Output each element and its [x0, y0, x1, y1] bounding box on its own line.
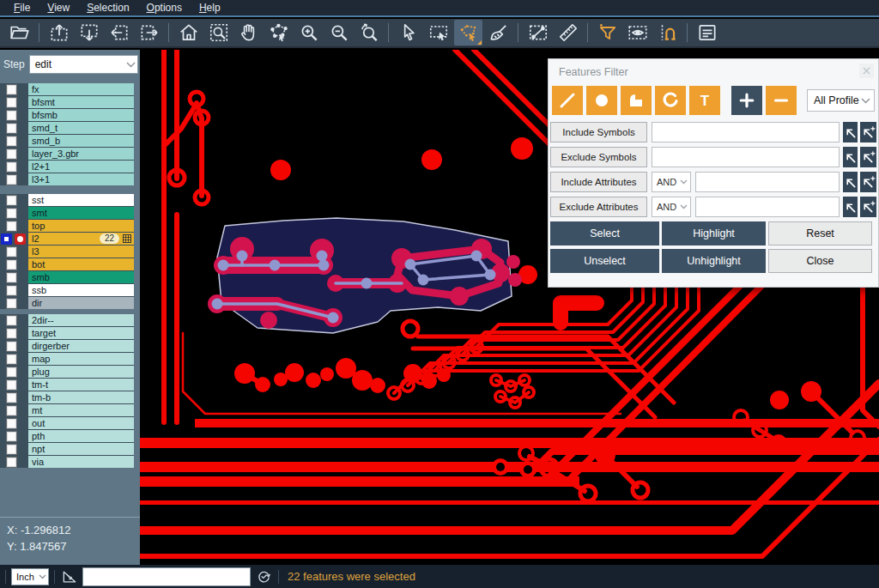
layer-row-bfsmb[interactable]: bfsmb	[0, 109, 134, 121]
zoom-out-button[interactable]	[324, 20, 353, 45]
layer-visibility-checkbox[interactable]	[6, 136, 17, 147]
layer-row-fx[interactable]: fx	[0, 83, 134, 95]
layer-toggle-cell[interactable]	[0, 246, 28, 258]
layer-visibility-checkbox[interactable]	[6, 285, 17, 296]
snap-button[interactable]	[653, 20, 682, 45]
layer-label[interactable]: l2+1	[28, 161, 134, 173]
layer-toggle-cell[interactable]	[0, 96, 28, 108]
polygon-select-button[interactable]	[454, 20, 482, 45]
close-icon[interactable]	[859, 64, 874, 78]
highlight-button[interactable]: Highlight	[662, 221, 766, 246]
layer-row-dir[interactable]: dir	[0, 297, 134, 309]
layer-label[interactable]: layer_3.gbr	[28, 148, 134, 160]
exclude-attributes-button[interactable]: Exclude Attributes	[550, 197, 647, 217]
copy-to-bottom-button[interactable]	[75, 20, 103, 45]
layer-label[interactable]: top	[28, 220, 134, 232]
layer-row-ssb[interactable]: ssb	[0, 284, 134, 296]
layer-row-sst[interactable]: sst	[0, 194, 134, 206]
layer-label[interactable]: l222	[28, 233, 134, 245]
layer-visibility-checkbox[interactable]	[6, 418, 17, 429]
layer-toggle-cell[interactable]	[0, 456, 28, 468]
layer-row-l3[interactable]: l3	[0, 246, 134, 258]
layer-toggle-cell[interactable]	[0, 327, 28, 339]
menu-file[interactable]: File	[5, 0, 39, 16]
layer-row-l2+1[interactable]: l2+1	[0, 161, 134, 173]
layer-row-tm-b[interactable]: tm-b	[0, 391, 134, 403]
layer-visibility-checkbox[interactable]	[6, 246, 17, 258]
grid-icon[interactable]	[123, 234, 131, 243]
layer-label[interactable]: npt	[28, 443, 134, 455]
layer-visibility-checkbox[interactable]	[6, 392, 17, 403]
menu-view[interactable]: View	[39, 0, 78, 16]
sync-icon[interactable]	[254, 568, 273, 585]
layer-label[interactable]: ssb	[28, 284, 134, 296]
zoom-in-button[interactable]	[294, 20, 323, 45]
rect-select-button[interactable]	[424, 20, 452, 45]
exclude-attributes-pick-icon[interactable]	[843, 197, 858, 217]
layer-label[interactable]: fx	[28, 83, 134, 95]
layer-label[interactable]: target	[28, 327, 134, 339]
layer-toggle-cell[interactable]	[0, 297, 28, 309]
include-attributes-input[interactable]	[695, 172, 840, 192]
select-button[interactable]: Select	[550, 221, 659, 246]
select-cursor-button[interactable]	[394, 20, 422, 45]
zoom-fit-button[interactable]	[204, 20, 233, 45]
layer-row-map[interactable]: map	[0, 353, 134, 365]
surface-filter-button[interactable]	[621, 86, 652, 115]
menu-help[interactable]: Help	[191, 0, 229, 16]
layer-row-bot[interactable]: bot	[0, 258, 134, 270]
layer-row-dirgerber[interactable]: dirgerber	[0, 340, 134, 352]
remove-filter-button[interactable]	[766, 86, 797, 115]
layer-visibility-checkbox[interactable]	[6, 354, 17, 365]
layer-row-via[interactable]: via	[0, 456, 134, 468]
layer-toggle-cell[interactable]	[0, 135, 28, 147]
home-view-button[interactable]	[174, 20, 203, 45]
unselect-button[interactable]: Unselect	[550, 249, 659, 273]
exclude-symbols-button[interactable]: Exclude Symbols	[550, 147, 647, 167]
layer-visibility-checkbox[interactable]	[6, 84, 17, 95]
layer-row-smd_t[interactable]: smd_t	[0, 122, 134, 134]
layer-visibility-checkbox[interactable]	[6, 174, 17, 185]
profile-select[interactable]: All Profile	[807, 89, 875, 112]
layer-toggle-cell[interactable]	[0, 109, 28, 121]
close-button[interactable]: Close	[768, 249, 872, 273]
layer-toggle-cell[interactable]	[0, 340, 28, 352]
copy-to-top-button[interactable]	[45, 20, 73, 45]
layer-toggle-cell[interactable]	[0, 173, 28, 185]
exclude-attributes-operator-select[interactable]: AND	[652, 197, 691, 217]
layer-row-smd_b[interactable]: smd_b	[0, 135, 134, 147]
layer-row-pth[interactable]: pth	[0, 430, 134, 442]
layer-toggle-cell[interactable]	[0, 207, 28, 219]
include-symbols-input[interactable]	[652, 122, 840, 142]
features-filter-button[interactable]	[593, 20, 621, 45]
ruler-button[interactable]	[554, 20, 582, 45]
layer-row-l3+1[interactable]: l3+1	[0, 173, 134, 185]
copy-to-left-button[interactable]	[105, 20, 133, 45]
layer-visibility-checkbox[interactable]	[6, 208, 17, 219]
open-button[interactable]	[5, 20, 33, 45]
zoom-previous-button[interactable]	[355, 20, 383, 45]
layer-toggle-cell[interactable]	[0, 404, 28, 416]
layer-visibility-checkbox[interactable]	[6, 149, 17, 160]
unhighlight-button[interactable]: Unhighlight	[662, 249, 766, 273]
layer-visibility-checkbox[interactable]	[6, 405, 17, 416]
layer-label[interactable]: 2dir--	[28, 314, 134, 326]
layer-row-tm-t[interactable]: tm-t	[0, 379, 134, 391]
notes-panel-button[interactable]	[693, 20, 721, 45]
include-attributes-pick-icon[interactable]	[843, 172, 858, 192]
layer-toggle-cell[interactable]	[0, 220, 28, 232]
layer-row-2dir--[interactable]: 2dir--	[0, 314, 134, 326]
layer-visibility-checkbox[interactable]	[6, 161, 17, 173]
layer-toggle-cell[interactable]	[0, 379, 28, 391]
layer-visibility-checkbox[interactable]	[6, 379, 17, 391]
layer-row-smb[interactable]: smb	[0, 271, 134, 283]
layer-visibility-checkbox[interactable]	[6, 328, 17, 339]
measure-button[interactable]	[524, 20, 552, 45]
pan-hand-button[interactable]	[234, 20, 263, 45]
layer-label[interactable]: out	[28, 417, 134, 429]
layer-label[interactable]: bot	[28, 258, 134, 270]
layer-row-plug[interactable]: plug	[0, 366, 134, 378]
include-attributes-button[interactable]: Include Attributes	[550, 172, 647, 192]
layer-row-top[interactable]: top	[0, 220, 134, 232]
layer-label[interactable]: bfsmt	[28, 96, 134, 108]
